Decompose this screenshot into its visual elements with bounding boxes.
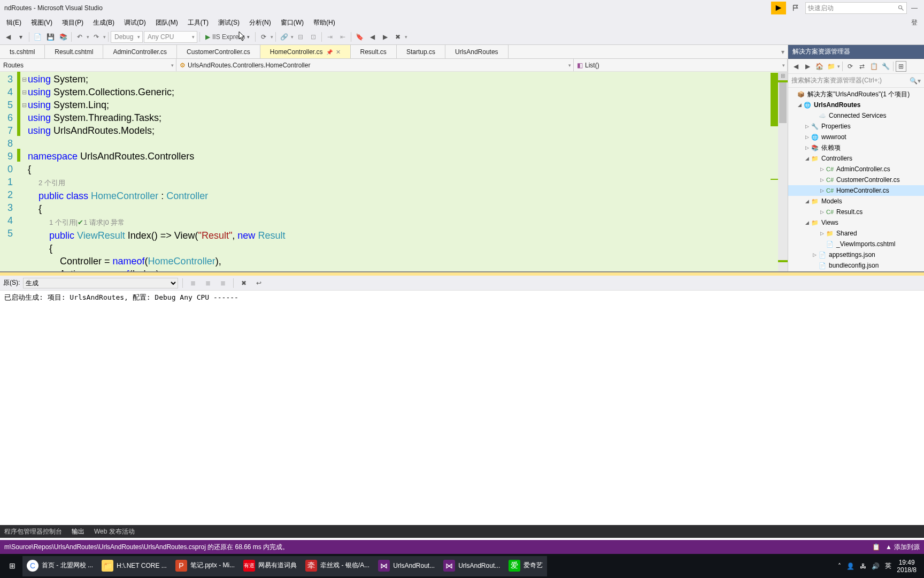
taskbar-explorer[interactable]: 📁H:\.NET CORE ... — [97, 556, 171, 576]
tree-solution[interactable]: 📦解决方案"UrlsAndRoutes"(1 个项目) — [788, 89, 924, 100]
sync-icon[interactable]: 📁 — [826, 61, 836, 72]
taskbar-vs2[interactable]: ⋈UrlsAndRout... — [439, 556, 504, 576]
next-bookmark-button[interactable]: ▶ — [379, 31, 391, 43]
back-button[interactable]: ◀ — [2, 31, 14, 43]
back-icon[interactable]: ◀ — [790, 61, 801, 72]
undo-button[interactable]: ↶ — [74, 31, 86, 43]
output-text[interactable]: 已启动生成: 项目: UrlsAndRoutes, 配置: Debug Any … — [0, 291, 924, 525]
tree-project[interactable]: ◢🌐UrlsAndRoutes — [788, 100, 924, 110]
tree-admin-controller[interactable]: ▷C#AdminController.cs — [788, 164, 924, 174]
menu-edit[interactable]: 辑(E) — [2, 17, 26, 28]
tree-connected-services[interactable]: ☁️Connected Services — [788, 110, 924, 121]
tree-customer-controller[interactable]: ▷C#CustomerController.cs — [788, 174, 924, 185]
browser-link-button[interactable]: 🔗 — [278, 31, 290, 43]
nav-member-dropdown[interactable]: ◧List() — [574, 59, 788, 71]
tray-volume-icon[interactable]: 🔊 — [872, 562, 880, 570]
scope-icon[interactable]: ⊞ — [896, 61, 906, 72]
menu-help[interactable]: 帮助(H) — [309, 17, 340, 28]
menu-view[interactable]: 视图(V) — [27, 17, 57, 28]
menu-build[interactable]: 生成(B) — [89, 17, 119, 28]
tab-overflow-button[interactable]: ▾ — [778, 45, 788, 58]
menu-analyze[interactable]: 分析(N) — [245, 17, 275, 28]
tree-models[interactable]: ◢📁Models — [788, 196, 924, 207]
taskbar-chrome[interactable]: C首页 - 北盟网校 ... — [22, 556, 97, 576]
save-all-button[interactable]: 📚 — [57, 31, 69, 43]
taskbar-vs1[interactable]: ⋈UrlsAndRout... — [374, 556, 439, 576]
solution-search-input[interactable]: 搜索解决方案资源管理器(Ctrl+;) 🔍▾ — [788, 74, 924, 88]
save-button[interactable]: 💾 — [44, 31, 56, 43]
tray-network-icon[interactable]: 🖧 — [860, 562, 866, 570]
tab-ts-cshtml[interactable]: ts.cshtml — [0, 45, 45, 59]
notification-icon[interactable] — [771, 2, 786, 14]
refresh-icon[interactable]: ⟳ — [845, 61, 856, 72]
tab-admin-controller[interactable]: AdminController.cs — [103, 45, 177, 59]
tray-ime[interactable]: 英 — [885, 561, 891, 571]
close-icon[interactable]: ✕ — [336, 49, 341, 56]
tree-shared[interactable]: ▷📁Shared — [788, 228, 924, 239]
menu-team[interactable]: 团队(M) — [151, 17, 182, 28]
clear-bookmark-button[interactable]: ✖ — [392, 31, 404, 43]
taskbar-iqiyi[interactable]: 爱爱奇艺 — [504, 556, 547, 576]
login-label[interactable]: 登 — [907, 17, 922, 28]
platform-dropdown[interactable]: Any CPU — [144, 31, 197, 43]
nav-namespace-dropdown[interactable]: Routes — [0, 59, 176, 71]
prev-bookmark-button[interactable]: ◀ — [366, 31, 378, 43]
menu-project[interactable]: 项目(P) — [58, 17, 88, 28]
tab-result-cshtml[interactable]: Result.cshtml — [45, 45, 103, 59]
redo-button[interactable]: ↷ — [90, 31, 102, 43]
status-add-source[interactable]: ▲添加到源 — [886, 543, 920, 552]
tab-customer-controller[interactable]: CustomerController.cs — [177, 45, 260, 59]
feedback-icon[interactable] — [788, 2, 803, 14]
tab-home-controller[interactable]: HomeController.cs📌✕ — [260, 45, 351, 59]
tree-bundleconfig[interactable]: 📄bundleconfig.json — [788, 260, 924, 271]
tree-wwwroot[interactable]: ▷🌐wwwroot — [788, 132, 924, 142]
tab-urls-routes[interactable]: UrlsAndRoutes — [445, 45, 509, 59]
new-button[interactable]: 📄 — [32, 31, 43, 43]
taskbar-youdao[interactable]: 有道网易有道词典 — [239, 556, 301, 576]
tab-output[interactable]: 输出 — [72, 527, 84, 536]
status-icon[interactable]: 📋 — [872, 543, 880, 551]
output-source-dropdown[interactable]: 生成 — [23, 278, 178, 288]
forward-icon[interactable]: ▶ — [802, 61, 813, 72]
nav-class-dropdown[interactable]: ⚙UrlsAndRoutes.Controllers.HomeControlle… — [176, 59, 574, 71]
tray-time[interactable]: 19:49 — [897, 559, 917, 566]
collapse-icon[interactable]: ⇄ — [857, 61, 867, 72]
search-dropdown-icon[interactable]: 🔍▾ — [910, 77, 921, 85]
tree-properties[interactable]: ▷🔧Properties — [788, 121, 924, 132]
minimize-button[interactable]: — — [909, 4, 920, 12]
tab-startup-cs[interactable]: Startup.cs — [397, 45, 445, 59]
tab-result-cs[interactable]: Result.cs — [351, 45, 397, 59]
out-wrap-button[interactable]: ↩ — [253, 277, 265, 289]
tab-web-publish[interactable]: Web 发布活动 — [94, 527, 135, 536]
tab-package-console[interactable]: 程序包管理器控制台 — [4, 527, 62, 536]
tree-controllers[interactable]: ◢📁Controllers — [788, 153, 924, 164]
tree-viewimports[interactable]: 📄_ViewImports.cshtml — [788, 239, 924, 249]
forward-button[interactable]: ▾ — [15, 31, 27, 43]
properties-icon[interactable]: 🔧 — [880, 61, 891, 72]
show-all-icon[interactable]: 📋 — [868, 61, 879, 72]
tree-home-controller[interactable]: ▷C#HomeController.cs — [788, 185, 924, 196]
refresh-button[interactable]: ⟳ — [258, 31, 270, 43]
split-button[interactable]: ⊞ — [779, 73, 787, 80]
taskbar-music[interactable]: 牵牵丝戏 - 银临/A... — [301, 556, 374, 576]
tree-dependencies[interactable]: ▷📚依赖项 — [788, 142, 924, 153]
tray-date[interactable]: 2018/8 — [897, 566, 917, 574]
quick-launch-input[interactable]: 快速启动 — [805, 2, 907, 14]
pin-icon[interactable]: 📌 — [326, 49, 333, 55]
config-dropdown[interactable]: Debug — [111, 31, 143, 43]
menu-test[interactable]: 测试(S) — [214, 17, 244, 28]
tree-appsettings[interactable]: ▷📄appsettings.json — [788, 249, 924, 260]
out-clear-button[interactable]: ✖ — [238, 277, 250, 289]
menu-tools[interactable]: 工具(T) — [183, 17, 213, 28]
tree-result-cs[interactable]: ▷C#Result.cs — [788, 207, 924, 217]
menu-debug[interactable]: 调试(D) — [120, 17, 150, 28]
taskbar-powerpoint[interactable]: P笔记.pptx - Mi... — [171, 556, 239, 576]
menu-window[interactable]: 窗口(W) — [276, 17, 308, 28]
bookmark-button[interactable]: 🔖 — [353, 31, 365, 43]
tray-people-icon[interactable]: 👤 — [846, 562, 854, 570]
home-icon[interactable]: 🏠 — [814, 61, 825, 72]
tray-chevron-icon[interactable]: ˄ — [838, 562, 841, 570]
tree-views[interactable]: ◢📁Views — [788, 217, 924, 228]
system-tray[interactable]: ˄ 👤 🖧 🔊 英 19:49 2018/8 — [838, 559, 922, 574]
taskbar-start[interactable]: ⊞ — [2, 556, 22, 576]
